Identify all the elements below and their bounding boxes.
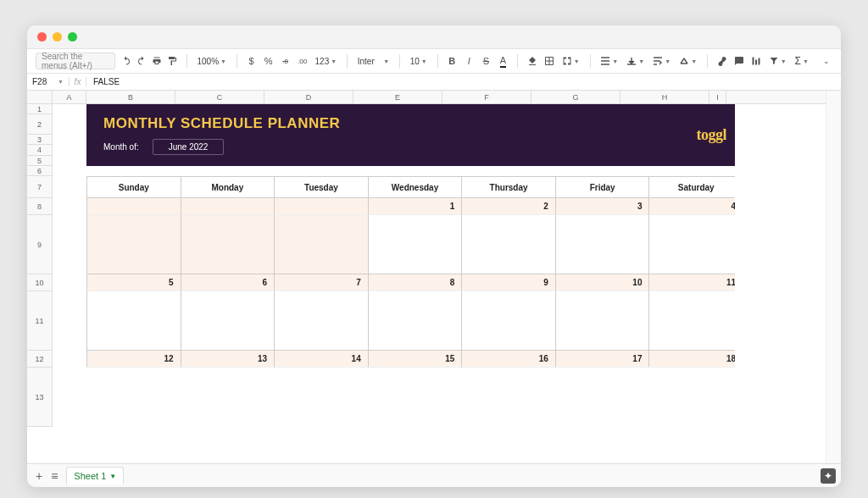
date-cell[interactable] [181, 198, 275, 215]
horizontal-align-dropdown[interactable]: ▼ [598, 57, 620, 65]
merge-cells-dropdown[interactable]: ▼ [560, 56, 581, 66]
col-header[interactable]: A [53, 91, 86, 103]
increase-decimal-button[interactable]: .00 [297, 53, 309, 69]
font-size-dropdown[interactable]: 10▼ [409, 57, 429, 66]
number-format-dropdown[interactable]: 123▼ [314, 57, 339, 66]
toolbar-collapse-button[interactable]: ⌄ [821, 53, 832, 69]
row-header[interactable]: 8 [27, 198, 52, 215]
insert-comment-button[interactable] [733, 53, 745, 69]
row-header[interactable]: 7 [27, 176, 52, 198]
date-cell[interactable]: 11 [649, 274, 743, 291]
schedule-cell[interactable] [369, 291, 463, 351]
col-header[interactable]: G [531, 91, 620, 103]
month-value-cell[interactable]: June 2022 [153, 139, 225, 155]
date-cell[interactable]: 2 [462, 198, 556, 215]
schedule-cell[interactable] [649, 291, 743, 351]
schedule-cell[interactable] [369, 215, 463, 274]
text-rotation-dropdown[interactable]: ▼ [677, 57, 698, 65]
row-header[interactable]: 12 [27, 351, 52, 368]
insert-chart-button[interactable] [750, 53, 762, 69]
paint-format-button[interactable] [166, 53, 178, 69]
schedule-cell[interactable] [556, 291, 650, 351]
schedule-cell[interactable] [275, 291, 369, 351]
filter-dropdown[interactable]: ▼ [767, 56, 788, 66]
date-cell[interactable]: 4 [649, 198, 743, 215]
select-all-corner[interactable] [27, 91, 53, 103]
schedule-cell[interactable] [181, 291, 275, 351]
fill-color-button[interactable] [526, 53, 538, 69]
date-cell[interactable]: 7 [275, 274, 369, 291]
row-header[interactable]: 9 [27, 215, 52, 274]
explore-button[interactable]: ✦ [821, 468, 836, 484]
print-button[interactable] [151, 53, 163, 69]
schedule-cell[interactable] [181, 215, 275, 274]
date-cell[interactable] [275, 198, 369, 215]
row-header[interactable]: 5 [27, 156, 52, 166]
format-currency-button[interactable]: $ [246, 53, 258, 69]
schedule-cell[interactable] [86, 215, 181, 274]
date-cell[interactable]: 1 [369, 198, 463, 215]
text-color-button[interactable]: A [497, 53, 509, 69]
date-cell[interactable]: 14 [275, 351, 369, 368]
font-family-dropdown[interactable]: Inter▼ [356, 57, 391, 66]
row-header[interactable]: 6 [27, 166, 52, 176]
formula-input[interactable]: FALSE [86, 77, 126, 86]
schedule-cell[interactable] [275, 215, 369, 274]
row-header[interactable]: 4 [27, 145, 52, 156]
row-header[interactable]: 11 [27, 291, 52, 351]
col-header[interactable]: D [264, 91, 353, 103]
schedule-cell[interactable] [86, 291, 181, 351]
name-box[interactable]: F28▼ [27, 77, 70, 86]
date-cell[interactable] [86, 198, 181, 215]
date-cell[interactable]: 6 [181, 274, 275, 291]
vertical-align-dropdown[interactable]: ▼ [625, 57, 646, 65]
schedule-cell[interactable] [556, 215, 650, 274]
date-cell[interactable]: 5 [86, 274, 181, 291]
text-wrap-dropdown[interactable]: ▼ [651, 57, 672, 65]
date-cell[interactable]: 18 [649, 351, 743, 368]
window-maximize-button[interactable] [68, 32, 77, 42]
decrease-decimal-button[interactable]: .0 [280, 53, 292, 69]
col-header[interactable]: E [353, 91, 442, 103]
schedule-cell[interactable] [462, 291, 556, 351]
spreadsheet-grid[interactable]: A B C D E F G H I 1 2 3 4 5 6 7 8 9 10 1… [27, 91, 841, 463]
format-percent-button[interactable]: % [263, 53, 275, 69]
row-header[interactable]: 13 [27, 368, 52, 427]
bold-button[interactable]: B [446, 53, 458, 69]
date-cell[interactable]: 3 [556, 198, 650, 215]
window-minimize-button[interactable] [53, 32, 62, 42]
col-header[interactable]: F [442, 91, 531, 103]
date-cell[interactable]: 10 [556, 274, 650, 291]
row-header[interactable]: 1 [27, 104, 52, 114]
date-cell[interactable]: 15 [369, 351, 463, 368]
add-sheet-button[interactable]: + [36, 469, 42, 483]
functions-dropdown[interactable]: Σ▼ [793, 55, 810, 67]
date-cell[interactable]: 9 [462, 274, 556, 291]
italic-button[interactable]: I [463, 53, 475, 69]
redo-button[interactable] [136, 53, 147, 69]
date-cell[interactable]: 12 [86, 351, 181, 368]
all-sheets-button[interactable]: ≡ [51, 469, 58, 483]
insert-link-button[interactable] [716, 53, 728, 69]
strikethrough-button[interactable]: S [480, 53, 492, 69]
schedule-cell[interactable] [649, 215, 743, 274]
zoom-dropdown[interactable]: 100%▼ [195, 57, 228, 66]
col-header[interactable]: I [709, 91, 726, 103]
schedule-cell[interactable] [462, 215, 556, 274]
borders-button[interactable] [543, 53, 555, 69]
date-cell[interactable]: 17 [556, 351, 650, 368]
col-header[interactable]: C [175, 91, 264, 103]
row-header[interactable]: 3 [27, 135, 52, 145]
col-header[interactable]: H [620, 91, 709, 103]
col-header[interactable]: B [86, 91, 175, 103]
window-close-button[interactable] [37, 32, 47, 42]
date-cell[interactable]: 8 [369, 274, 463, 291]
date-cell[interactable]: 16 [462, 351, 556, 368]
menu-search-input[interactable]: Search the menus (Alt+/) [36, 53, 115, 69]
row-header[interactable]: 10 [27, 274, 52, 291]
day-header: Saturday [649, 176, 743, 198]
row-header[interactable]: 2 [27, 114, 52, 135]
undo-button[interactable] [120, 53, 132, 69]
sheet-tab[interactable]: Sheet 1 ▼ [66, 467, 124, 484]
date-cell[interactable]: 13 [181, 351, 275, 368]
